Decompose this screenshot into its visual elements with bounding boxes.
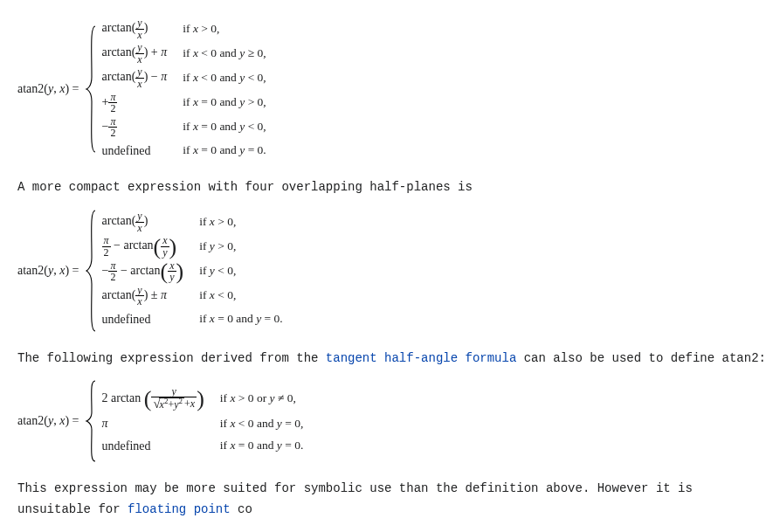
link-tangent-half-angle[interactable]: tangent half-angle formula (326, 351, 516, 365)
case-condition: if y < 0, (199, 261, 282, 281)
case-condition: if x < 0 and y ≥ 0, (183, 44, 266, 64)
eq-lhs: atan2(y, x) = (17, 79, 79, 100)
case-condition: if x = 0 and y < 0, (183, 117, 266, 137)
case-expression: +π2 (102, 92, 168, 114)
case-expression: arctan(yx) + π (102, 42, 168, 65)
case-condition: if y > 0, (199, 237, 282, 257)
code-atan2: atan2 (722, 351, 759, 365)
paragraph-tangent-half-angle: The following expression derived from th… (17, 349, 773, 370)
case-expression: undefined (102, 436, 204, 457)
case-expression: π (102, 413, 204, 434)
case-expression: arctan(yx) ± π (102, 285, 184, 307)
brace-icon (85, 379, 97, 463)
case-condition: if x > 0 or y ≠ 0, (220, 389, 303, 409)
case-condition: if x = 0 and y = 0. (220, 436, 303, 456)
case-expression: −π2 (102, 116, 168, 139)
case-expression: −π2 − arctan(xy) (102, 260, 184, 283)
eq3-cases: 2 arctan (yx2+y2+x)if x > 0 or y ≠ 0,πif… (102, 386, 304, 457)
case-expression: arctan(yx) (102, 17, 168, 40)
case-condition: if x < 0 and y = 0, (220, 414, 303, 434)
case-condition: if x > 0, (199, 212, 282, 232)
paragraph-compact-intro: A more compact expression with four over… (17, 177, 773, 198)
eq2-cases: arctan(yx)if x > 0,π2 − arctan(xy)if y >… (102, 211, 283, 330)
case-expression: arctan(yx) (102, 211, 184, 233)
equation-atan2-piecewise: atan2(y, x) = arctan(yx)if x > 0,arctan(… (17, 17, 773, 162)
eq1-cases: arctan(yx)if x > 0,arctan(yx) + πif x < … (102, 17, 266, 162)
eq-lhs: atan2(y, x) = (17, 411, 79, 432)
brace-icon (85, 209, 97, 333)
case-expression: undefined (102, 309, 184, 330)
link-floating-point[interactable]: floating point (128, 502, 231, 516)
case-condition: if x > 0, (183, 19, 266, 39)
case-condition: if x = 0 and y = 0. (183, 141, 266, 161)
paragraph-symbolic-note: This expression may be more suited for s… (17, 479, 773, 521)
equation-atan2-halfangle: atan2(y, x) = 2 arctan (yx2+y2+x)if x > … (17, 379, 773, 463)
case-condition: if x = 0 and y = 0. (199, 309, 282, 329)
case-expression: 2 arctan (yx2+y2+x) (102, 386, 204, 411)
case-expression: arctan(yx) − π (102, 66, 168, 89)
case-condition: if x < 0 and y < 0, (183, 68, 266, 88)
eq-lhs: atan2(y, x) = (17, 260, 79, 281)
brace-icon (85, 24, 97, 154)
case-condition: if x < 0, (199, 286, 282, 306)
equation-atan2-halfplanes: atan2(y, x) = arctan(yx)if x > 0,π2 − ar… (17, 209, 773, 333)
case-expression: π2 − arctan(xy) (102, 235, 184, 258)
case-condition: if x = 0 and y > 0, (183, 93, 266, 113)
case-expression: undefined (102, 141, 168, 162)
